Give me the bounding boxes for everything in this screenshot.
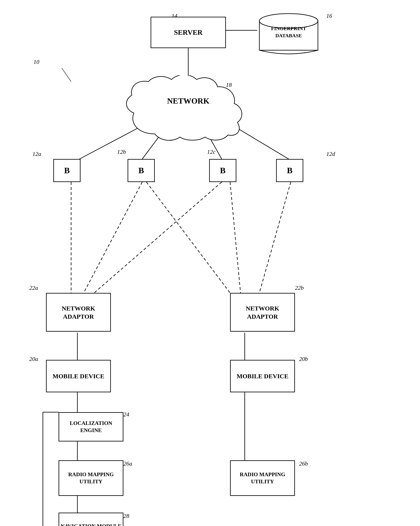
- navigation-module: NAVIGATION MODULE: [59, 513, 123, 526]
- fingerprint-database: FINGERPRINT DATABASE: [257, 12, 320, 54]
- svg-line-8: [146, 182, 230, 293]
- svg-line-10: [230, 182, 240, 293]
- box-12d: B: [276, 159, 303, 182]
- label-ref22a: 22a: [29, 284, 38, 291]
- mobile-device-b: MOBILE DEVICE: [230, 360, 295, 392]
- svg-line-21: [62, 68, 71, 81]
- radio-mapping-b: RADIO MAPPING UTILITY: [230, 460, 295, 496]
- label-ref12d: 12d: [326, 151, 335, 157]
- label-ref26b: 26b: [299, 460, 308, 467]
- label-ref16: 16: [326, 12, 332, 19]
- label-ref24: 24: [123, 411, 129, 418]
- svg-line-11: [259, 182, 291, 293]
- svg-line-7: [84, 182, 142, 293]
- network-cloud: NETWORK: [121, 75, 255, 142]
- label-ref12b: 12b: [117, 149, 126, 155]
- box-12a: B: [53, 159, 80, 182]
- label-ref20b: 20b: [299, 356, 308, 362]
- label-ref12a: 12a: [32, 151, 41, 157]
- fingerprint-db-label: FINGERPRINT DATABASE: [257, 25, 320, 39]
- label-ref28: 28: [123, 513, 129, 519]
- network-label: NETWORK: [121, 96, 255, 105]
- diagram: 10 14 SERVER 16 FINGERPRINT DATABASE 18 …: [0, 0, 420, 526]
- mobile-device-a: MOBILE DEVICE: [46, 360, 111, 392]
- label-ref12c: 12c: [207, 149, 215, 155]
- label-ref22b: 22b: [295, 284, 304, 291]
- server-box: SERVER: [150, 17, 226, 48]
- label-ref10: 10: [33, 59, 39, 65]
- label-ref26a: 26a: [123, 460, 132, 467]
- box-12b: B: [128, 159, 155, 182]
- radio-mapping-a: RADIO MAPPING UTILITY: [59, 460, 123, 496]
- svg-line-9: [94, 182, 222, 293]
- label-ref20a: 20a: [29, 356, 38, 362]
- network-adaptor-b: NETWORK ADAPTOR: [230, 293, 295, 332]
- cloud-svg: [121, 75, 255, 142]
- network-adaptor-a: NETWORK ADAPTOR: [46, 293, 111, 332]
- localization-engine: LOCALIZATION ENGINE: [59, 412, 123, 442]
- box-12c: B: [209, 159, 236, 182]
